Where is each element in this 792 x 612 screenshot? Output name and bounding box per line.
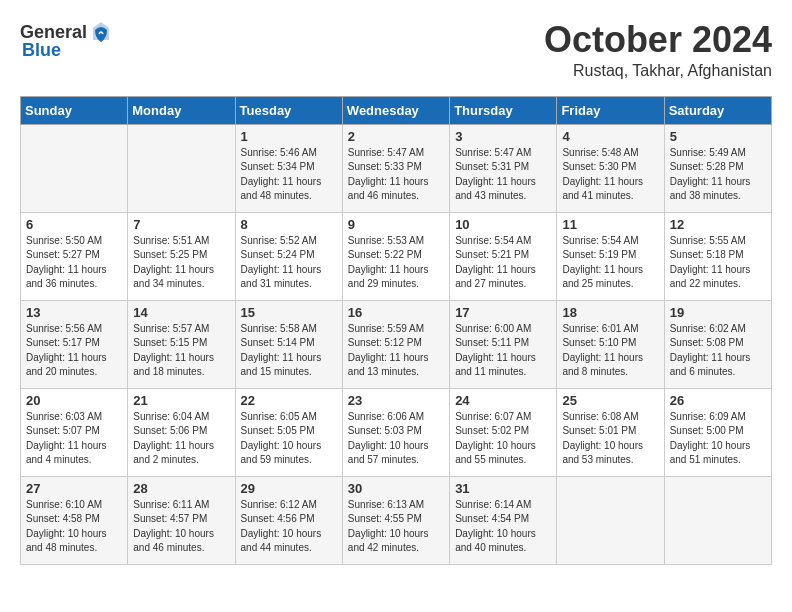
cell-content: Sunrise: 6:01 AMSunset: 5:10 PMDaylight:… [562, 322, 658, 380]
week-row-3: 13Sunrise: 5:56 AMSunset: 5:17 PMDayligh… [21, 300, 772, 388]
cell-content: Sunrise: 6:09 AMSunset: 5:00 PMDaylight:… [670, 410, 766, 468]
calendar-cell: 16Sunrise: 5:59 AMSunset: 5:12 PMDayligh… [342, 300, 449, 388]
day-number: 7 [133, 217, 229, 232]
calendar-cell: 5Sunrise: 5:49 AMSunset: 5:28 PMDaylight… [664, 124, 771, 212]
cell-content: Sunrise: 5:55 AMSunset: 5:18 PMDaylight:… [670, 234, 766, 292]
cell-content: Sunrise: 5:47 AMSunset: 5:31 PMDaylight:… [455, 146, 551, 204]
cell-content: Sunrise: 6:05 AMSunset: 5:05 PMDaylight:… [241, 410, 337, 468]
calendar-cell: 24Sunrise: 6:07 AMSunset: 5:02 PMDayligh… [450, 388, 557, 476]
cell-content: Sunrise: 5:48 AMSunset: 5:30 PMDaylight:… [562, 146, 658, 204]
calendar-cell: 15Sunrise: 5:58 AMSunset: 5:14 PMDayligh… [235, 300, 342, 388]
cell-content: Sunrise: 6:13 AMSunset: 4:55 PMDaylight:… [348, 498, 444, 556]
calendar-cell: 1Sunrise: 5:46 AMSunset: 5:34 PMDaylight… [235, 124, 342, 212]
cell-content: Sunrise: 6:07 AMSunset: 5:02 PMDaylight:… [455, 410, 551, 468]
day-number: 24 [455, 393, 551, 408]
logo-text-blue: Blue [22, 40, 61, 61]
month-title: October 2024 [544, 20, 772, 60]
day-number: 8 [241, 217, 337, 232]
day-number: 2 [348, 129, 444, 144]
calendar-cell: 11Sunrise: 5:54 AMSunset: 5:19 PMDayligh… [557, 212, 664, 300]
title-block: October 2024 Rustaq, Takhar, Afghanistan [544, 20, 772, 80]
column-header-thursday: Thursday [450, 96, 557, 124]
column-header-sunday: Sunday [21, 96, 128, 124]
cell-content: Sunrise: 5:47 AMSunset: 5:33 PMDaylight:… [348, 146, 444, 204]
calendar-cell: 9Sunrise: 5:53 AMSunset: 5:22 PMDaylight… [342, 212, 449, 300]
calendar-cell: 31Sunrise: 6:14 AMSunset: 4:54 PMDayligh… [450, 476, 557, 564]
day-number: 11 [562, 217, 658, 232]
calendar-cell: 26Sunrise: 6:09 AMSunset: 5:00 PMDayligh… [664, 388, 771, 476]
calendar-cell [664, 476, 771, 564]
page-header: General Blue October 2024 Rustaq, Takhar… [20, 20, 772, 80]
cell-content: Sunrise: 5:56 AMSunset: 5:17 PMDaylight:… [26, 322, 122, 380]
calendar-cell: 19Sunrise: 6:02 AMSunset: 5:08 PMDayligh… [664, 300, 771, 388]
day-number: 26 [670, 393, 766, 408]
cell-content: Sunrise: 6:12 AMSunset: 4:56 PMDaylight:… [241, 498, 337, 556]
calendar-cell: 3Sunrise: 5:47 AMSunset: 5:31 PMDaylight… [450, 124, 557, 212]
cell-content: Sunrise: 5:46 AMSunset: 5:34 PMDaylight:… [241, 146, 337, 204]
day-number: 29 [241, 481, 337, 496]
day-number: 14 [133, 305, 229, 320]
calendar-cell [21, 124, 128, 212]
cell-content: Sunrise: 5:50 AMSunset: 5:27 PMDaylight:… [26, 234, 122, 292]
cell-content: Sunrise: 5:49 AMSunset: 5:28 PMDaylight:… [670, 146, 766, 204]
calendar-cell: 14Sunrise: 5:57 AMSunset: 5:15 PMDayligh… [128, 300, 235, 388]
calendar-cell: 21Sunrise: 6:04 AMSunset: 5:06 PMDayligh… [128, 388, 235, 476]
calendar-cell: 10Sunrise: 5:54 AMSunset: 5:21 PMDayligh… [450, 212, 557, 300]
cell-content: Sunrise: 6:11 AMSunset: 4:57 PMDaylight:… [133, 498, 229, 556]
cell-content: Sunrise: 5:54 AMSunset: 5:21 PMDaylight:… [455, 234, 551, 292]
day-number: 10 [455, 217, 551, 232]
calendar-cell: 2Sunrise: 5:47 AMSunset: 5:33 PMDaylight… [342, 124, 449, 212]
column-header-monday: Monday [128, 96, 235, 124]
logo-icon [89, 20, 113, 44]
cell-content: Sunrise: 6:04 AMSunset: 5:06 PMDaylight:… [133, 410, 229, 468]
week-row-4: 20Sunrise: 6:03 AMSunset: 5:07 PMDayligh… [21, 388, 772, 476]
cell-content: Sunrise: 6:00 AMSunset: 5:11 PMDaylight:… [455, 322, 551, 380]
day-number: 20 [26, 393, 122, 408]
calendar-cell [128, 124, 235, 212]
calendar-cell: 12Sunrise: 5:55 AMSunset: 5:18 PMDayligh… [664, 212, 771, 300]
day-number: 4 [562, 129, 658, 144]
day-number: 17 [455, 305, 551, 320]
cell-content: Sunrise: 6:03 AMSunset: 5:07 PMDaylight:… [26, 410, 122, 468]
calendar-cell: 29Sunrise: 6:12 AMSunset: 4:56 PMDayligh… [235, 476, 342, 564]
cell-content: Sunrise: 6:06 AMSunset: 5:03 PMDaylight:… [348, 410, 444, 468]
cell-content: Sunrise: 5:58 AMSunset: 5:14 PMDaylight:… [241, 322, 337, 380]
calendar-cell: 7Sunrise: 5:51 AMSunset: 5:25 PMDaylight… [128, 212, 235, 300]
header-row: SundayMondayTuesdayWednesdayThursdayFrid… [21, 96, 772, 124]
cell-content: Sunrise: 5:59 AMSunset: 5:12 PMDaylight:… [348, 322, 444, 380]
day-number: 25 [562, 393, 658, 408]
day-number: 31 [455, 481, 551, 496]
calendar-cell: 13Sunrise: 5:56 AMSunset: 5:17 PMDayligh… [21, 300, 128, 388]
column-header-tuesday: Tuesday [235, 96, 342, 124]
day-number: 23 [348, 393, 444, 408]
cell-content: Sunrise: 6:02 AMSunset: 5:08 PMDaylight:… [670, 322, 766, 380]
calendar-cell: 18Sunrise: 6:01 AMSunset: 5:10 PMDayligh… [557, 300, 664, 388]
day-number: 5 [670, 129, 766, 144]
calendar-cell: 8Sunrise: 5:52 AMSunset: 5:24 PMDaylight… [235, 212, 342, 300]
day-number: 9 [348, 217, 444, 232]
calendar-cell: 6Sunrise: 5:50 AMSunset: 5:27 PMDaylight… [21, 212, 128, 300]
column-header-saturday: Saturday [664, 96, 771, 124]
day-number: 22 [241, 393, 337, 408]
column-header-wednesday: Wednesday [342, 96, 449, 124]
calendar-cell: 23Sunrise: 6:06 AMSunset: 5:03 PMDayligh… [342, 388, 449, 476]
day-number: 6 [26, 217, 122, 232]
week-row-1: 1Sunrise: 5:46 AMSunset: 5:34 PMDaylight… [21, 124, 772, 212]
calendar-cell: 17Sunrise: 6:00 AMSunset: 5:11 PMDayligh… [450, 300, 557, 388]
day-number: 30 [348, 481, 444, 496]
column-header-friday: Friday [557, 96, 664, 124]
day-number: 13 [26, 305, 122, 320]
day-number: 21 [133, 393, 229, 408]
location-title: Rustaq, Takhar, Afghanistan [544, 62, 772, 80]
day-number: 16 [348, 305, 444, 320]
day-number: 1 [241, 129, 337, 144]
week-row-2: 6Sunrise: 5:50 AMSunset: 5:27 PMDaylight… [21, 212, 772, 300]
calendar-cell [557, 476, 664, 564]
cell-content: Sunrise: 5:54 AMSunset: 5:19 PMDaylight:… [562, 234, 658, 292]
day-number: 19 [670, 305, 766, 320]
cell-content: Sunrise: 6:08 AMSunset: 5:01 PMDaylight:… [562, 410, 658, 468]
day-number: 3 [455, 129, 551, 144]
calendar-cell: 25Sunrise: 6:08 AMSunset: 5:01 PMDayligh… [557, 388, 664, 476]
day-number: 18 [562, 305, 658, 320]
day-number: 28 [133, 481, 229, 496]
